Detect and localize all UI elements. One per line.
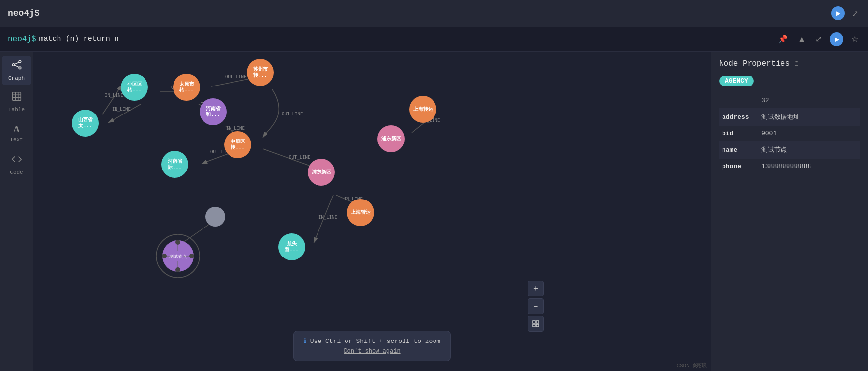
query-play-button[interactable]: ▶ <box>830 32 843 46</box>
query-text: match (n) return n <box>39 35 119 43</box>
svg-rect-47 <box>536 321 539 323</box>
prop-value: 1388888888888 <box>758 159 860 174</box>
graph-node[interactable]: 中原区转... <box>224 131 251 158</box>
sidebar-table-label: Table <box>8 107 25 113</box>
sidebar-graph-label: Graph <box>8 75 25 81</box>
properties-table: 32address测试数据地址bid9001name测试节点phone13888… <box>719 93 860 174</box>
graph-node[interactable] <box>205 207 225 227</box>
prop-value: 32 <box>758 93 860 109</box>
prop-value: 测试数据地址 <box>758 109 860 126</box>
query-up-button[interactable]: ▲ <box>796 34 808 45</box>
svg-text:IN_LINE: IN_LINE <box>105 93 123 98</box>
svg-point-0 <box>12 64 15 66</box>
svg-text:IN_LINE: IN_LINE <box>112 107 131 112</box>
graph-node[interactable]: 河南省际... <box>161 151 188 178</box>
sidebar: Graph Table A Text Code <box>0 52 33 371</box>
svg-text:IN_LINE: IN_LINE <box>318 215 337 220</box>
props-panel-title: Node Properties 🗒 <box>719 59 860 68</box>
svg-line-15 <box>108 104 141 123</box>
svg-point-38 <box>175 267 180 272</box>
zoom-in-button[interactable]: ＋ <box>528 281 544 296</box>
graph-canvas[interactable]: OUT_LINE OUT_LINE IN_LINE IN_LINE IN_LIN… <box>33 52 711 371</box>
tooltip-message: Use Ctrl or Shift + scroll to zoom <box>310 338 440 345</box>
node-properties-panel: Node Properties 🗒 AGENCY 32address测试数据地址… <box>711 52 868 371</box>
graph-node[interactable]: 上海转运 <box>409 96 436 123</box>
prop-row: 32 <box>719 93 860 109</box>
graph-node[interactable]: 上海转运 <box>347 199 374 226</box>
graph-node[interactable]: 太原市转... <box>173 74 200 101</box>
svg-point-2 <box>19 67 21 69</box>
zoom-tooltip: ℹ Use Ctrl or Shift + scroll to zoom Don… <box>293 331 451 361</box>
title-play-button[interactable]: ▶ <box>831 6 845 20</box>
svg-text:OUT_LINE: OUT_LINE <box>289 155 310 160</box>
prop-value: 9001 <box>758 126 860 142</box>
prop-row: address测试数据地址 <box>719 109 860 126</box>
table-icon <box>11 91 22 105</box>
graph-node[interactable]: 河南省和... <box>200 98 227 125</box>
svg-line-4 <box>14 65 19 67</box>
watermark: CSDN @亮琅 <box>676 362 707 369</box>
svg-point-39 <box>162 254 167 258</box>
prop-value: 测试节点 <box>758 142 860 159</box>
zoom-fit-button[interactable] <box>528 316 544 332</box>
circular-node-container[interactable]: 测试节点 <box>155 233 201 279</box>
svg-line-30 <box>102 85 122 114</box>
svg-point-1 <box>19 60 21 63</box>
title-expand-button[interactable]: ⤢ <box>850 6 860 20</box>
zoom-controls: ＋ － <box>528 281 544 332</box>
svg-text:OUT_LINE: OUT_LINE <box>282 112 303 116</box>
title-bar: neo4j$ ▶ ⤢ <box>0 0 868 27</box>
sidebar-text-label: Text <box>10 137 23 143</box>
tooltip-info-icon: ℹ <box>304 338 306 345</box>
main-area: Graph Table A Text Code <box>0 52 868 371</box>
prop-key: address <box>719 109 758 126</box>
query-expand-button[interactable]: ⤢ <box>813 33 824 45</box>
zoom-out-button[interactable]: － <box>528 298 544 314</box>
graph-node[interactable]: 苏州市转... <box>247 59 274 86</box>
code-icon <box>11 154 22 168</box>
query-bar: neo4j$ match (n) return n 📌 ▲ ⤢ ▶ ☆ <box>0 27 868 52</box>
svg-rect-48 <box>533 324 535 327</box>
svg-line-33 <box>314 195 333 243</box>
prop-row: bid9001 <box>719 126 860 142</box>
svg-rect-49 <box>536 324 539 327</box>
sidebar-item-code[interactable]: Code <box>2 150 31 179</box>
svg-rect-5 <box>12 92 21 101</box>
query-prompt: neo4j$ <box>8 35 36 44</box>
svg-line-3 <box>14 62 19 64</box>
sidebar-item-table[interactable]: Table <box>2 87 31 116</box>
svg-point-40 <box>189 254 194 258</box>
svg-text:测试节点: 测试节点 <box>169 254 187 259</box>
prop-key: phone <box>719 159 758 174</box>
prop-row: name测试节点 <box>719 142 860 159</box>
svg-rect-46 <box>533 321 535 323</box>
query-star-button[interactable]: ☆ <box>849 33 860 45</box>
graph-node[interactable]: 山西省太... <box>72 110 99 137</box>
graph-node[interactable]: 浦东新区 <box>377 125 405 152</box>
tooltip-dismiss-link[interactable]: Don't show again <box>304 348 440 355</box>
agency-badge: AGENCY <box>719 76 754 86</box>
graph-node[interactable]: 航头营... <box>278 233 305 260</box>
prop-key: bid <box>719 126 758 142</box>
text-icon: A <box>13 124 20 135</box>
query-pin-button[interactable]: 📌 <box>776 33 790 45</box>
svg-point-37 <box>175 240 180 245</box>
prop-key <box>719 93 758 109</box>
graph-node[interactable]: 小区区转... <box>121 74 148 101</box>
svg-text:IN_LINE: IN_LINE <box>226 126 245 131</box>
graph-node[interactable]: 浦东新区 <box>308 159 335 186</box>
prop-key: name <box>719 142 758 159</box>
graph-icon <box>11 59 22 73</box>
prop-row: phone1388888888888 <box>719 159 860 174</box>
sidebar-item-text[interactable]: A Text <box>2 118 31 148</box>
sidebar-code-label: Code <box>10 170 23 175</box>
svg-text:OUT_LINE: OUT_LINE <box>225 74 246 79</box>
app-title: neo4j$ <box>8 8 40 18</box>
sidebar-item-graph[interactable]: Graph <box>2 56 31 85</box>
